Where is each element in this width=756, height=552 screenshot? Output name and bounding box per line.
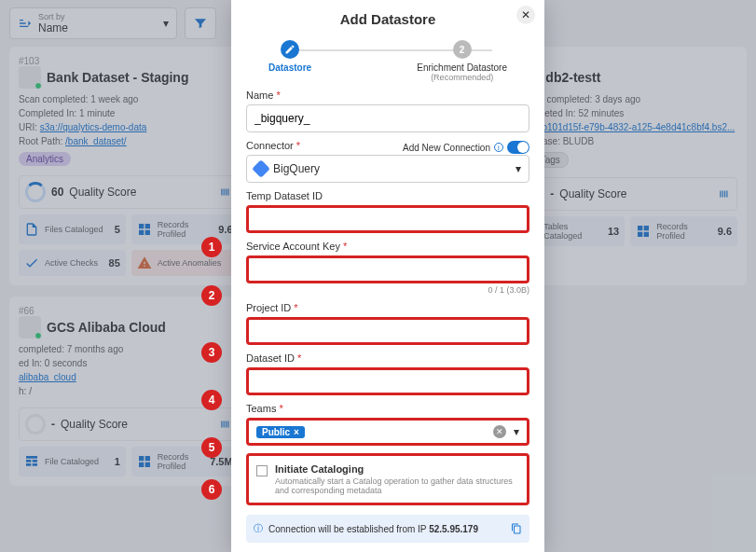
add-datastore-modal: ✕ Add Datastore Datastore 2 Enrichment D…: [231, 0, 544, 552]
copy-icon[interactable]: [511, 523, 522, 534]
connector-label: Connector: [246, 140, 300, 151]
info-icon: ⓘ: [254, 522, 263, 535]
project-id-label: Project ID: [246, 302, 529, 313]
chevron-down-icon: ▾: [514, 425, 519, 438]
dataset-id-input[interactable]: [246, 367, 529, 395]
connector-select[interactable]: BigQuery ▾: [246, 155, 529, 183]
pencil-icon: [284, 44, 296, 55]
bigquery-icon: [252, 159, 270, 178]
initiate-cataloging-row[interactable]: Initiate Cataloging Automatically start …: [246, 453, 529, 505]
team-chip-public[interactable]: Public×: [256, 426, 305, 438]
temp-dataset-label: Temp Dataset ID: [246, 190, 529, 201]
callout-2: 2: [201, 285, 222, 306]
chip-remove-icon[interactable]: ×: [294, 427, 299, 437]
initiate-cataloging-desc: Automatically start a Catalog operation …: [275, 476, 519, 495]
temp-dataset-input[interactable]: [246, 205, 529, 233]
initiate-cataloging-checkbox[interactable]: [256, 465, 268, 476]
callout-1: 1: [201, 237, 222, 257]
step-datastore[interactable]: Datastore: [268, 40, 311, 73]
callout-4: 4: [201, 390, 222, 410]
add-new-connection-label: Add New Connection: [403, 143, 490, 153]
close-icon: ✕: [521, 8, 530, 21]
modal-title: Add Datastore: [246, 11, 529, 27]
service-account-key-input[interactable]: [246, 255, 529, 283]
teams-label: Teams: [246, 403, 529, 414]
chevron-down-icon: ▾: [515, 162, 521, 175]
ip-info-box: ⓘ Connection will be established from IP…: [246, 515, 529, 543]
add-new-connection-toggle[interactable]: [507, 141, 529, 154]
name-input[interactable]: [246, 104, 529, 132]
clear-all-icon[interactable]: ✕: [493, 425, 506, 438]
close-button[interactable]: ✕: [516, 6, 535, 24]
name-label: Name: [246, 90, 529, 101]
teams-combo[interactable]: Public× ✕ ▾: [246, 418, 529, 446]
step-enrichment[interactable]: 2 Enrichment Datastore (Recommended): [417, 40, 507, 82]
project-id-input[interactable]: [246, 317, 529, 345]
callout-5: 5: [201, 437, 222, 458]
stepper: Datastore 2 Enrichment Datastore (Recomm…: [268, 40, 507, 82]
service-account-key-label: Service Account Key: [246, 241, 529, 252]
callout-6: 6: [201, 479, 222, 500]
ip-value: 52.5.95.179: [429, 524, 478, 534]
info-icon[interactable]: i: [494, 143, 503, 152]
sak-hint: 0 / 1 (3.0B): [246, 285, 529, 295]
callout-3: 3: [201, 342, 222, 363]
dataset-id-label: Dataset ID: [246, 352, 529, 364]
initiate-cataloging-title: Initiate Cataloging: [275, 463, 519, 475]
